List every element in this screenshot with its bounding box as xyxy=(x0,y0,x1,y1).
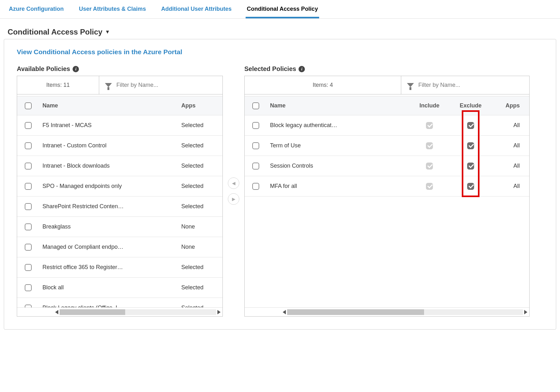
row-checkbox[interactable] xyxy=(25,122,32,129)
row-checkbox[interactable] xyxy=(252,142,259,149)
row-name: Session Controls xyxy=(267,163,409,169)
row-checkbox[interactable] xyxy=(25,284,32,291)
row-name: Block Legacy clients (Office, I… xyxy=(39,305,178,307)
selected-header-name[interactable]: Name xyxy=(267,102,409,109)
row-apps: Selected xyxy=(178,305,222,307)
table-row[interactable]: MFA for allAll xyxy=(245,176,529,196)
table-row[interactable]: Session ControlsAll xyxy=(245,156,529,176)
exclude-checkbox[interactable] xyxy=(467,142,474,149)
row-checkbox[interactable] xyxy=(252,122,259,129)
dual-list: Available Policies i Items: 11 Name Apps xyxy=(17,65,543,317)
available-policies-column: Available Policies i Items: 11 Name Apps xyxy=(17,65,223,317)
table-row[interactable]: Block Legacy clients (Office, I…Selected xyxy=(17,298,222,307)
row-checkbox[interactable] xyxy=(25,183,32,190)
filter-icon xyxy=(407,83,414,87)
exclude-checkbox[interactable] xyxy=(467,122,474,129)
selected-filter-input[interactable] xyxy=(418,81,524,89)
table-row[interactable]: Managed or Compliant endpo…None xyxy=(17,237,222,257)
selected-header-exclude[interactable]: Exclude xyxy=(450,102,491,109)
section-title-dropdown[interactable]: Conditional Access Policy ▼ xyxy=(0,19,560,39)
tab-azure-configuration[interactable]: Azure Configuration xyxy=(8,3,65,18)
table-row[interactable]: Intranet - Custom ControlSelected xyxy=(17,136,222,156)
row-name: Breakglass xyxy=(39,223,178,230)
selected-header-row: Name Include Exclude Apps xyxy=(245,96,529,115)
scroll-left-icon xyxy=(55,310,58,314)
table-row[interactable]: Intranet - Block downloadsSelected xyxy=(17,156,222,176)
available-rows-scroll[interactable]: F5 Intranet - MCASSelectedIntranet - Cus… xyxy=(17,115,222,307)
row-apps: Selected xyxy=(178,142,222,149)
info-icon[interactable]: i xyxy=(299,66,305,72)
row-checkbox[interactable] xyxy=(25,163,32,170)
row-name: SPO - Managed endpoints only xyxy=(39,183,178,190)
table-row[interactable]: Block legacy authenticat…All xyxy=(245,115,529,136)
info-icon[interactable]: i xyxy=(73,66,79,72)
available-hscroll[interactable] xyxy=(17,307,222,316)
selected-title: Selected Policies xyxy=(244,65,296,73)
table-row[interactable]: Block allSelected xyxy=(17,278,222,298)
row-name: F5 Intranet - MCAS xyxy=(39,122,178,129)
include-checkbox xyxy=(426,183,433,190)
selected-table: Items: 4 Name Include Exclude Apps Block… xyxy=(244,76,530,317)
row-name: Term of Use xyxy=(267,142,409,149)
view-portal-link[interactable]: View Conditional Access policies in the … xyxy=(17,48,543,56)
exclude-checkbox[interactable] xyxy=(467,183,474,190)
row-checkbox[interactable] xyxy=(25,223,32,230)
include-checkbox xyxy=(426,122,433,129)
row-checkbox[interactable] xyxy=(25,244,32,251)
tab-additional-user-attributes[interactable]: Additional User Attributes xyxy=(160,3,233,18)
available-select-all-checkbox[interactable] xyxy=(25,102,32,109)
scroll-left-icon xyxy=(283,310,286,314)
table-row[interactable]: Restrict office 365 to Register…Selected xyxy=(17,257,222,278)
row-apps: All xyxy=(491,163,529,169)
row-checkbox[interactable] xyxy=(25,142,32,149)
tab-conditional-access-policy[interactable]: Conditional Access Policy xyxy=(246,3,319,18)
row-apps: Selected xyxy=(178,203,222,210)
filter-icon xyxy=(105,83,112,87)
row-apps: All xyxy=(491,142,529,149)
include-checkbox xyxy=(426,163,433,170)
table-row[interactable]: F5 Intranet - MCASSelected xyxy=(17,115,222,136)
move-right-button[interactable]: ▶ xyxy=(228,193,239,205)
row-checkbox[interactable] xyxy=(252,183,259,190)
row-checkbox[interactable] xyxy=(25,305,32,308)
selected-header-include[interactable]: Include xyxy=(409,102,450,109)
row-checkbox[interactable] xyxy=(25,203,32,210)
selected-items-count: Items: 4 xyxy=(245,76,401,94)
available-header-row: Name Apps xyxy=(17,96,222,115)
available-filter-input[interactable] xyxy=(116,81,217,89)
tab-bar: Azure Configuration User Attributes & Cl… xyxy=(0,0,560,19)
row-apps: Selected xyxy=(178,122,222,129)
row-checkbox[interactable] xyxy=(25,264,32,271)
section-title-text: Conditional Access Policy xyxy=(8,28,102,36)
scroll-right-icon xyxy=(524,310,527,314)
row-name: MFA for all xyxy=(267,183,409,190)
include-checkbox xyxy=(426,142,433,149)
selected-select-all-checkbox[interactable] xyxy=(252,102,259,109)
selected-header-apps[interactable]: Apps xyxy=(491,102,529,109)
scroll-right-icon xyxy=(217,310,221,314)
tab-user-attributes-claims[interactable]: User Attributes & Claims xyxy=(78,3,147,18)
row-checkbox[interactable] xyxy=(252,163,259,170)
row-name: Intranet - Custom Control xyxy=(39,142,178,149)
available-items-count: Items: 11 xyxy=(17,76,99,94)
row-name: Block all xyxy=(39,284,178,291)
table-row[interactable]: Term of UseAll xyxy=(245,136,529,156)
row-name: Intranet - Block downloads xyxy=(39,163,178,169)
row-apps: Selected xyxy=(178,183,222,190)
row-apps: None xyxy=(178,244,222,250)
available-header-apps[interactable]: Apps xyxy=(178,102,222,109)
table-row[interactable]: BreakglassNone xyxy=(17,217,222,237)
move-left-button[interactable]: ◀ xyxy=(228,177,239,189)
table-row[interactable]: SPO - Managed endpoints onlySelected xyxy=(17,176,222,196)
row-apps: Selected xyxy=(178,163,222,169)
available-title: Available Policies xyxy=(17,65,70,73)
selected-rows-scroll[interactable]: Block legacy authenticat…AllTerm of UseA… xyxy=(245,115,529,307)
table-row[interactable]: SharePoint Restricted Conten…Selected xyxy=(17,196,222,217)
row-name: Block legacy authenticat… xyxy=(267,122,409,129)
dual-list-mover: ◀ ▶ xyxy=(228,177,239,205)
row-apps: All xyxy=(491,183,529,190)
row-apps: Selected xyxy=(178,264,222,271)
selected-hscroll[interactable] xyxy=(245,307,529,316)
available-header-name[interactable]: Name xyxy=(39,102,178,109)
exclude-checkbox[interactable] xyxy=(467,163,474,170)
